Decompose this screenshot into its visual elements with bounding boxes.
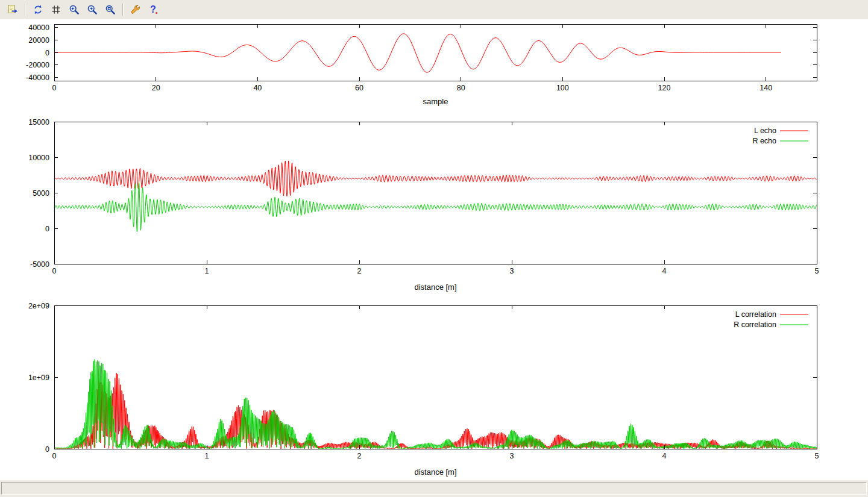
toolbar-separator [122, 4, 124, 16]
gnuplot-window: ? 020406080100120140-40000-2000002000040… [0, 0, 868, 497]
zoom-previous-icon [69, 4, 80, 15]
legend-label: R correlation [734, 320, 776, 329]
x-tick-label: 2 [357, 267, 362, 275]
x-tick-label: 1 [205, 452, 209, 460]
series-R-correlation [54, 360, 817, 449]
x-tick-label: 20 [152, 84, 160, 92]
legend-label: L correlation [735, 310, 776, 319]
legend: L echoR echo [752, 127, 808, 145]
help-icon: ? [148, 4, 159, 15]
x-tick-label: 40 [253, 84, 262, 92]
y-tick-label: 20000 [28, 36, 49, 45]
x-tick-label: 5 [815, 452, 819, 460]
x-tick-label: 4 [662, 452, 667, 460]
plot-area: 020406080100120140-40000-200000200004000… [0, 19, 868, 480]
series-pulse-waveform [54, 34, 781, 72]
x-tick-label: 140 [760, 84, 772, 92]
x-tick-label: 0 [52, 267, 57, 275]
echo-signals-chart[interactable]: 012345-5000050001000015000distance [m]L … [0, 113, 868, 299]
y-tick-label: 1e+09 [28, 374, 49, 382]
zoom-next-icon [87, 4, 98, 15]
autoscale-button[interactable] [102, 1, 119, 18]
x-tick-label: 2 [357, 452, 362, 460]
series-group [54, 360, 817, 449]
svg-text:?: ? [150, 4, 156, 14]
autoscale-icon [105, 4, 116, 15]
legend-label: R echo [752, 137, 776, 145]
plot-border [54, 122, 817, 264]
x-tick-label: 0 [52, 452, 57, 460]
series-L-echo [54, 161, 817, 196]
x-tick-label: 100 [556, 84, 569, 92]
refresh-icon [33, 4, 43, 15]
x-tick-label: 80 [457, 84, 465, 92]
replot-button[interactable] [30, 1, 46, 18]
x-tick-label: 120 [658, 84, 671, 92]
y-tick-label: -20000 [26, 61, 49, 69]
legend: L correlationR correlation [734, 310, 808, 329]
y-tick-label: 10000 [28, 154, 49, 162]
status-bar [0, 480, 868, 497]
y-tick-label: 0 [45, 225, 49, 233]
x-axis-label: distance [m] [414, 283, 456, 292]
correlation-chart[interactable]: 01234501e+092e+09distance [m]L correlati… [0, 299, 868, 480]
y-tick-label: -40000 [26, 73, 49, 82]
y-tick-label: -5000 [30, 260, 49, 269]
x-tick-label: 60 [355, 84, 363, 92]
x-tick-label: 4 [662, 267, 667, 275]
toolbar: ? [0, 0, 868, 19]
series-group [54, 34, 781, 72]
grid-icon [51, 4, 61, 15]
clipboard-export-icon [7, 4, 19, 16]
x-tick-label: 0 [52, 84, 57, 92]
toggle-grid-button[interactable] [48, 1, 64, 18]
x-axis-label: distance [m] [414, 467, 456, 477]
toolbar-separator [25, 4, 26, 16]
x-tick-label: 3 [510, 267, 514, 275]
pulse-waveform-chart[interactable]: 020406080100120140-40000-200000200004000… [0, 19, 868, 113]
y-tick-label: 5000 [33, 189, 49, 198]
configure-button[interactable] [127, 1, 144, 18]
y-tick-label: 0 [45, 49, 49, 57]
series-group [54, 161, 817, 232]
series-L-correlation [54, 373, 817, 449]
x-tick-label: 3 [510, 452, 514, 460]
plot-border [54, 305, 817, 449]
y-tick-label: 40000 [28, 23, 49, 32]
y-tick-label: 2e+09 [28, 302, 49, 310]
x-tick-label: 5 [815, 267, 819, 275]
status-field [1, 482, 867, 495]
copy-to-clipboard-button[interactable] [4, 1, 21, 18]
y-tick-label: 15000 [28, 118, 49, 127]
legend-label: L echo [754, 127, 776, 135]
wrench-icon [130, 4, 141, 15]
zoom-next-button[interactable] [84, 1, 101, 18]
y-tick-label: 0 [45, 445, 49, 454]
help-button[interactable]: ? [145, 1, 162, 18]
x-axis-label: sample [423, 97, 448, 106]
x-tick-label: 1 [205, 267, 209, 275]
series-R-echo [54, 183, 817, 232]
zoom-previous-button[interactable] [66, 1, 83, 18]
